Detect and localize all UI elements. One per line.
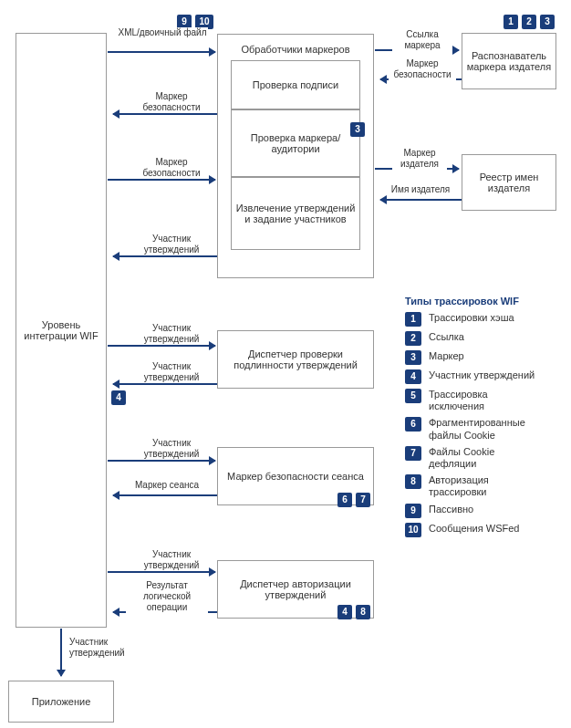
label-claims-sess-in: Участник утверждений	[135, 438, 208, 460]
arrow-xmlbin	[108, 51, 215, 53]
label-pubname: Имя издателя	[387, 184, 454, 195]
legend-row: 9Пассивно	[405, 504, 560, 518]
legend-text: Сообщения WSFed	[429, 523, 519, 535]
legend-badge: 2	[405, 331, 421, 346]
label-secmark-1: Маркер безопасности	[135, 91, 208, 113]
session-token-label: Маркер безопасности сеанса	[227, 471, 364, 482]
legend-row: 3Маркер	[405, 350, 560, 365]
label-claims-auth-in: Участник утверждений	[135, 323, 208, 345]
badge-3-top: 3	[540, 15, 555, 29]
label-secmark-rec: Маркер безопасности	[389, 58, 456, 80]
label-claims-1: Участник утверждений	[135, 234, 208, 255]
legend-badge: 7	[405, 446, 421, 461]
legend-title: Типы трассировок WIF	[405, 296, 560, 307]
badge-8-authz: 8	[356, 605, 370, 619]
label-claims-authz-in: Участник утверждений	[135, 549, 208, 571]
label-xmlbin: XML/двоичный файл	[117, 27, 208, 38]
legend-text: Маркер	[429, 350, 464, 362]
arrow-pubname	[380, 199, 462, 201]
legend-row: 7Файлы Cookie дефляции	[405, 446, 560, 470]
label-pubmark: Маркер издателя	[392, 148, 447, 170]
legend-badge: 3	[405, 350, 421, 365]
arrow-claims-auth-in	[108, 345, 215, 347]
badge-7-session: 7	[356, 493, 370, 507]
sig-check-box: Проверка подписи	[231, 60, 360, 109]
extract-claims-box: Извлечение утверждений и задание участни…	[231, 177, 360, 250]
legend-badge: 5	[405, 389, 421, 403]
legend: Типы трассировок WIF 1Трассировки хэша2С…	[405, 296, 560, 542]
wif-label: Уровень интеграции WIF	[20, 319, 102, 341]
badge-2-top: 2	[522, 15, 536, 29]
badge-4-auth: 4	[111, 390, 126, 405]
legend-badge: 8	[405, 474, 421, 489]
legend-badge: 6	[405, 417, 421, 432]
badge-6-session: 6	[337, 493, 352, 507]
arrow-to-app	[60, 629, 62, 676]
label-secmark-2: Маркер безопасности	[135, 157, 208, 179]
legend-text: Трассировки хэша	[429, 312, 514, 324]
legend-badge: 1	[405, 312, 421, 327]
registry-box: Реестр имен издателя	[462, 154, 556, 211]
legend-row: 6Фрагментированные файлы Cookie	[405, 417, 560, 441]
legend-text: Файлы Cookie дефляции	[429, 446, 538, 470]
arrow-claims-1	[113, 255, 217, 257]
legend-row: 5Трассировка исключения	[405, 389, 560, 412]
handlers-box: Обработчики маркеров Проверка подписи Пр…	[217, 34, 374, 278]
label-sess-out: Маркер сеанса	[126, 480, 208, 491]
arrow-claims-authz-in	[108, 571, 215, 573]
legend-row: 2Ссылка	[405, 331, 560, 346]
badge-1-top: 1	[504, 15, 518, 29]
badge-3-handlers: 3	[350, 122, 365, 137]
token-audience-box: Проверка маркера/аудитории	[231, 109, 360, 177]
label-markref: Ссылка маркера	[392, 29, 452, 51]
app-box: Приложение	[8, 681, 114, 723]
token-audience-label: Проверка маркера/аудитории	[235, 132, 356, 154]
legend-badge: 9	[405, 504, 421, 518]
legend-text: Участник утверждений	[429, 369, 535, 381]
arrow-claims-auth-out	[113, 383, 217, 385]
badge-4-authz: 4	[337, 605, 352, 619]
arrow-secmark-1	[113, 113, 217, 115]
legend-badge: 10	[405, 523, 421, 537]
legend-text: Трассировка исключения	[429, 389, 538, 412]
legend-row: 8Авторизация трассировки	[405, 474, 560, 498]
authz-manager-label: Диспетчер авторизации утверждений	[222, 578, 369, 600]
handlers-title: Обработчики маркеров	[241, 38, 349, 60]
auth-manager-label: Диспетчер проверки подлинности утвержден…	[222, 348, 369, 370]
label-claims-auth-out: Участник утверждений	[135, 361, 208, 383]
wif-integration-box: Уровень интеграции WIF	[16, 33, 107, 628]
legend-badge: 4	[405, 369, 421, 384]
label-to-app: Участник утверждений	[69, 637, 142, 659]
legend-text: Авторизация трассировки	[429, 474, 538, 498]
legend-row: 4Участник утверждений	[405, 369, 560, 384]
legend-row: 1Трассировки хэша	[405, 312, 560, 327]
sig-check-label: Проверка подписи	[253, 79, 338, 90]
arrow-sess-out	[113, 494, 217, 496]
recognizer-box: Распознаватель маркера издателя	[462, 33, 556, 89]
auth-manager-box: Диспетчер проверки подлинности утвержден…	[217, 330, 374, 389]
label-logicres: Результат логической операции	[126, 580, 208, 613]
arrow-claims-sess-in	[108, 460, 215, 462]
registry-label: Реестр имен издателя	[466, 172, 552, 193]
legend-text: Фрагментированные файлы Cookie	[429, 417, 538, 441]
legend-text: Пассивно	[429, 504, 473, 515]
legend-row: 10Сообщения WSFed	[405, 523, 560, 537]
app-label: Приложение	[32, 696, 91, 707]
extract-claims-label: Извлечение утверждений и задание участни…	[235, 203, 356, 224]
arrow-secmark-2	[108, 179, 215, 181]
legend-text: Ссылка	[429, 331, 464, 343]
recognizer-label: Распознаватель маркера издателя	[466, 50, 552, 72]
